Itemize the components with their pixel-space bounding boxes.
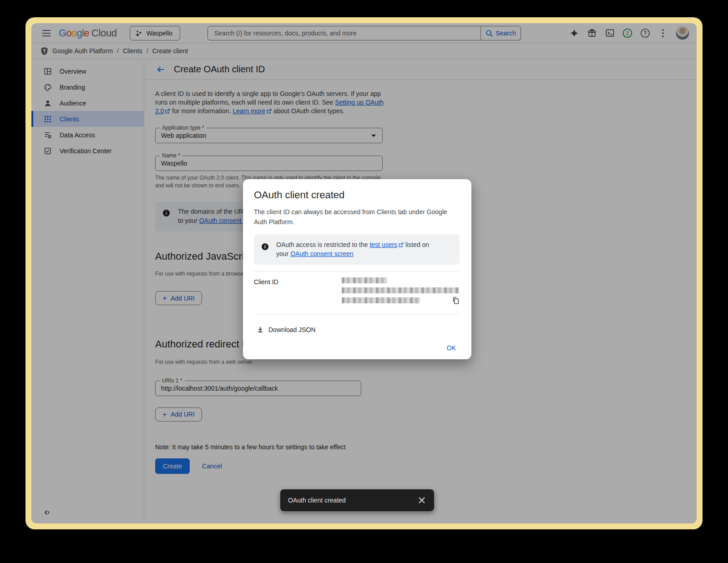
info-icon xyxy=(261,243,269,251)
divider xyxy=(254,314,460,314)
client-id-label: Client ID xyxy=(254,277,342,307)
test-users-link[interactable]: test users xyxy=(369,241,397,248)
download-icon xyxy=(257,326,264,333)
oauth-consent-screen-link[interactable]: OAuth consent screen xyxy=(290,250,354,257)
screenshot-yellow-frame: Google Cloud Waspello Search xyxy=(25,17,703,529)
toast-notification: OAuth client created xyxy=(280,489,434,511)
external-link-icon xyxy=(399,242,404,247)
close-icon xyxy=(419,497,425,503)
client-id-redacted-value xyxy=(342,277,459,307)
client-id-row: Client ID xyxy=(254,271,460,307)
dialog-body-text: The client ID can always be accessed fro… xyxy=(254,208,447,216)
download-json-button[interactable]: Download JSON xyxy=(254,325,318,334)
redacted-text-bar xyxy=(342,277,387,283)
dialog-body-text: Auth Platform. xyxy=(254,218,294,226)
info-text: OAuth access is restricted to the xyxy=(276,241,369,248)
browser-window: Google Cloud Waspello Search xyxy=(31,23,697,523)
test-users-info-banner: OAuth access is restricted to the test u… xyxy=(254,234,460,265)
test-users-info-text: OAuth access is restricted to the test u… xyxy=(276,240,429,258)
toast-close-button[interactable] xyxy=(416,494,428,506)
info-text: listed on xyxy=(404,241,429,248)
dialog-title: OAuth client created xyxy=(254,189,460,201)
dialog-body: The client ID can always be accessed fro… xyxy=(254,207,463,227)
oauth-created-dialog: OAuth client created The client ID can a… xyxy=(243,179,471,359)
toast-message: OAuth client created xyxy=(288,497,346,504)
copy-client-id-button[interactable] xyxy=(452,297,460,305)
copy-icon xyxy=(452,297,460,305)
redacted-text-bar xyxy=(342,287,459,293)
download-json-label: Download JSON xyxy=(268,326,316,333)
ok-button[interactable]: OK xyxy=(444,344,459,352)
info-text: your xyxy=(276,250,290,257)
redacted-text-bar xyxy=(342,297,420,303)
